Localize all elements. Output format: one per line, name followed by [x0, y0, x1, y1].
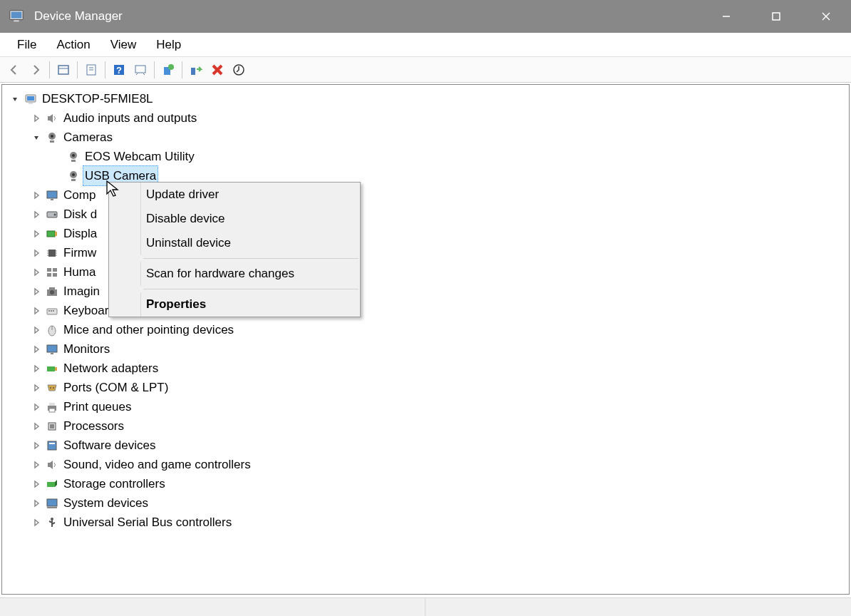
tree-item-network[interactable]: Network adapters: [5, 359, 846, 378]
help-button[interactable]: ?: [109, 60, 129, 80]
expand-icon[interactable]: [31, 401, 42, 413]
expand-icon[interactable]: [31, 305, 42, 317]
expand-icon[interactable]: [31, 421, 42, 432]
separator: [77, 61, 78, 78]
svg-point-36: [54, 213, 56, 215]
svg-rect-39: [48, 250, 56, 257]
separator: [182, 61, 182, 78]
collapse-icon[interactable]: [31, 132, 42, 143]
svg-rect-26: [50, 140, 54, 143]
disable-button[interactable]: [229, 60, 249, 80]
expand-icon[interactable]: [31, 190, 42, 201]
sound-icon: [45, 458, 59, 472]
root-node[interactable]: DESKTOP-5FMIE8L: [5, 89, 846, 108]
svg-rect-33: [47, 191, 57, 198]
port-icon: [45, 381, 59, 395]
expand-icon[interactable]: [31, 498, 42, 509]
uninstall-button[interactable]: [207, 60, 227, 80]
expand-icon[interactable]: [31, 113, 42, 124]
tree-item-print[interactable]: Print queues: [5, 397, 846, 416]
svg-rect-17: [191, 68, 195, 75]
expand-icon[interactable]: [31, 459, 42, 471]
back-button[interactable]: [4, 60, 24, 80]
svg-rect-61: [47, 366, 55, 371]
svg-rect-59: [47, 345, 57, 352]
expand-icon[interactable]: [31, 478, 42, 490]
expand-icon[interactable]: [31, 247, 42, 259]
svg-point-64: [53, 387, 54, 389]
collapse-icon[interactable]: [9, 93, 21, 105]
svg-rect-46: [47, 268, 51, 272]
svg-rect-29: [71, 160, 76, 162]
chip-icon: [45, 246, 59, 260]
tree-label: Sound, video and game controllers: [63, 455, 251, 474]
spacer: [52, 151, 63, 163]
expand-icon[interactable]: [31, 344, 42, 355]
expand-icon[interactable]: [31, 440, 42, 451]
tree-label: Disk d: [63, 205, 97, 224]
imaging-icon: [45, 284, 59, 299]
ctx-properties[interactable]: Properties: [109, 292, 360, 317]
tree-item-software[interactable]: Software devices: [5, 436, 846, 455]
monitor-icon: [45, 342, 59, 356]
menu-action[interactable]: Action: [46, 35, 100, 55]
svg-rect-73: [47, 499, 57, 506]
maximize-button[interactable]: [751, 0, 801, 33]
tree-label: Cameras: [63, 128, 113, 147]
expand-icon[interactable]: [31, 363, 42, 374]
tree-item-monitors[interactable]: Monitors: [5, 339, 846, 359]
monitor-icon: [45, 188, 59, 202]
update-driver-button[interactable]: [158, 60, 178, 80]
expand-icon[interactable]: [31, 209, 42, 220]
tree-label: Huma: [63, 262, 96, 282]
forward-button[interactable]: [26, 60, 46, 80]
minimize-button[interactable]: [701, 0, 751, 33]
svg-rect-55: [51, 310, 52, 312]
camera-icon: [66, 169, 81, 183]
tree-item-usb[interactable]: Universal Serial Bus controllers: [5, 513, 846, 532]
menu-file[interactable]: File: [7, 35, 46, 55]
enable-button[interactable]: [186, 60, 206, 80]
scan-button[interactable]: [130, 60, 150, 80]
window-title: Device Manager: [34, 9, 701, 24]
printer-icon: [45, 400, 59, 414]
menu-help[interactable]: Help: [146, 35, 191, 55]
tree-item-eos-webcam[interactable]: EOS Webcam Utility: [5, 147, 846, 166]
expand-icon[interactable]: [31, 324, 42, 336]
tree-item-processors[interactable]: Processors: [5, 416, 846, 436]
svg-rect-14: [135, 66, 145, 73]
expand-icon[interactable]: [31, 228, 42, 240]
expand-icon[interactable]: [31, 286, 42, 297]
ctx-scan-hardware[interactable]: Scan for hardware changes: [109, 262, 360, 286]
svg-point-52: [50, 290, 54, 294]
properties-button[interactable]: [81, 60, 101, 80]
usb-icon: [45, 515, 59, 530]
ctx-disable-device[interactable]: Disable device: [109, 207, 360, 231]
tree-item-storage[interactable]: Storage controllers: [5, 474, 846, 493]
ctx-update-driver[interactable]: Update driver: [109, 183, 360, 207]
expand-icon[interactable]: [31, 517, 42, 528]
ctx-uninstall-device[interactable]: Uninstall device: [109, 231, 360, 255]
disk-icon: [45, 207, 59, 222]
tree-item-sound[interactable]: Sound, video and game controllers: [5, 455, 846, 474]
show-hidden-button[interactable]: [53, 60, 73, 80]
tree-item-cameras[interactable]: Cameras: [5, 128, 846, 147]
tree-label: Print queues: [63, 397, 131, 416]
expand-icon[interactable]: [31, 267, 42, 278]
svg-rect-70: [48, 441, 56, 450]
expand-icon[interactable]: [31, 382, 42, 394]
cpu-icon: [45, 419, 59, 433]
separator: [143, 258, 359, 259]
ctx-label: Update driver: [146, 188, 219, 202]
tree-item-audio[interactable]: Audio inputs and outputs: [5, 108, 846, 128]
svg-rect-72: [47, 482, 55, 487]
tree-label: Audio inputs and outputs: [63, 108, 197, 128]
tree-item-mice[interactable]: Mice and other pointing devices: [5, 320, 846, 339]
status-bar: [0, 597, 851, 616]
close-button[interactable]: [801, 0, 851, 33]
svg-point-25: [51, 135, 53, 138]
tree-item-ports[interactable]: Ports (COM & LPT): [5, 378, 846, 397]
tree-item-system[interactable]: System devices: [5, 493, 846, 513]
svg-rect-4: [773, 13, 780, 20]
menu-view[interactable]: View: [100, 35, 147, 55]
